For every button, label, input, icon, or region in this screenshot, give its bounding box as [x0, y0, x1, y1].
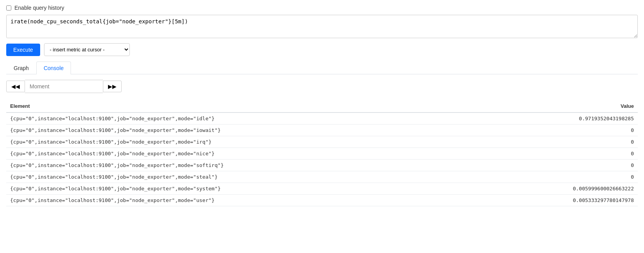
value-cell: 0: [552, 160, 638, 171]
table-row: {cpu="0",instance="localhost:9100",job="…: [6, 148, 638, 160]
tabs-container: Graph Console: [6, 61, 638, 74]
element-cell: {cpu="0",instance="localhost:9100",job="…: [6, 112, 552, 125]
table-row: {cpu="0",instance="localhost:9100",job="…: [6, 160, 638, 171]
element-cell: {cpu="0",instance="localhost:9100",job="…: [6, 183, 552, 195]
element-column-header: Element: [6, 100, 552, 112]
element-cell: {cpu="0",instance="localhost:9100",job="…: [6, 160, 552, 171]
element-cell: {cpu="0",instance="localhost:9100",job="…: [6, 125, 552, 136]
tab-console[interactable]: Console: [36, 61, 71, 74]
value-cell: 0.005333297780147978: [552, 195, 638, 206]
execute-button[interactable]: Execute: [6, 44, 40, 56]
value-cell: 0: [552, 136, 638, 148]
console-controls: ◀◀ ▶▶: [6, 80, 638, 93]
value-cell: 0: [552, 171, 638, 183]
enable-query-history-checkbox[interactable]: [6, 5, 11, 11]
toolbar: Execute - insert metric at cursor -: [6, 43, 638, 56]
insert-metric-select[interactable]: - insert metric at cursor -: [44, 43, 130, 56]
value-cell: 0: [552, 125, 638, 136]
results-table: Element Value {cpu="0",instance="localho…: [6, 100, 638, 206]
table-header-row: Element Value: [6, 100, 638, 112]
value-cell: 0.9719352043198285: [552, 112, 638, 125]
element-cell: {cpu="0",instance="localhost:9100",job="…: [6, 195, 552, 206]
prev-button[interactable]: ◀◀: [6, 81, 25, 92]
table-row: {cpu="0",instance="localhost:9100",job="…: [6, 136, 638, 148]
value-cell: 0.005999600026663222: [552, 183, 638, 195]
enable-query-history-label: Enable query history: [14, 5, 64, 11]
moment-input[interactable]: [25, 80, 103, 93]
table-row: {cpu="0",instance="localhost:9100",job="…: [6, 125, 638, 136]
table-row: {cpu="0",instance="localhost:9100",job="…: [6, 195, 638, 206]
tab-graph[interactable]: Graph: [6, 61, 36, 74]
table-row: {cpu="0",instance="localhost:9100",job="…: [6, 183, 638, 195]
query-input[interactable]: irate(node_cpu_seconds_total{job="node_e…: [6, 15, 638, 38]
element-cell: {cpu="0",instance="localhost:9100",job="…: [6, 148, 552, 160]
next-button[interactable]: ▶▶: [103, 81, 122, 92]
value-cell: 0: [552, 148, 638, 160]
table-row: {cpu="0",instance="localhost:9100",job="…: [6, 171, 638, 183]
element-cell: {cpu="0",instance="localhost:9100",job="…: [6, 171, 552, 183]
table-row: {cpu="0",instance="localhost:9100",job="…: [6, 112, 638, 125]
element-cell: {cpu="0",instance="localhost:9100",job="…: [6, 136, 552, 148]
enable-query-history-container: Enable query history: [6, 5, 638, 11]
value-column-header: Value: [552, 100, 638, 112]
